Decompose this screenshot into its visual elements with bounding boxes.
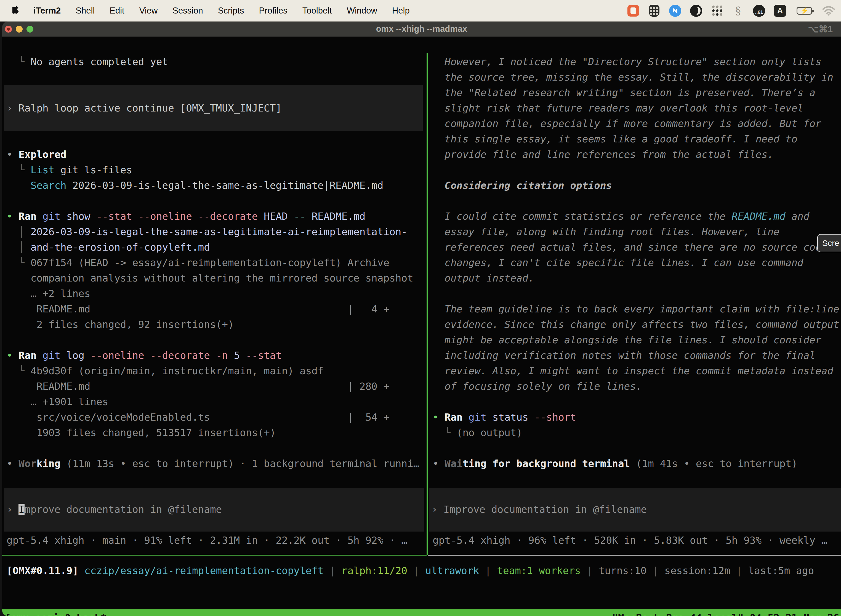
moon-glyph (690, 5, 702, 17)
left-pane-scrollback: • Explored └ List git ls-files Search 20… (2, 147, 426, 471)
menu-item-iterm2[interactable]: iTerm2 (26, 0, 68, 22)
menu-status-icons: § ..61 A ⚡ (627, 4, 835, 17)
terminal-line: Considering citation options (433, 178, 841, 193)
left-model-status: gpt-5.4 xhigh · main · 91% left · 2.31M … (7, 532, 420, 548)
wifi-glyph (822, 6, 835, 16)
window-title-bar[interactable]: omx --xhigh --madmax ⌥⌘1 (2, 22, 841, 37)
moon-circle-icon[interactable] (690, 4, 702, 17)
terminal-line: • Working (11m 13s • esc to interrupt) ·… (7, 456, 426, 471)
menu-item-window[interactable]: Window (339, 0, 385, 22)
terminal-line: changes, I can't cite specific file line… (433, 255, 841, 270)
dots-grid-glyph (712, 6, 722, 16)
apple-icon[interactable] (8, 5, 26, 16)
terminal-line: "MacBook-Pro-44.local" 04:52 31-Mar-26 (612, 609, 840, 616)
menu-item-scripts[interactable]: Scripts (211, 0, 252, 22)
battery-bolt: ⚡ (800, 7, 809, 14)
dot-badge-label: ..61 (753, 5, 765, 17)
terminal-line: src/voice/voiceModeEnabled.ts | 54 + (7, 409, 426, 425)
battery-glyph: ⚡ (797, 7, 812, 15)
terminal-line: evidence. Since this change only affects… (433, 317, 841, 332)
terminal-line (433, 162, 841, 178)
terminal-content[interactable]: └ No agents completed yet › Ralph loop a… (2, 37, 841, 616)
terminal-line: gpt-5.4 xhigh · 96% left · 520K in · 5.8… (433, 532, 841, 548)
dots-grid-icon[interactable] (711, 4, 724, 17)
left-pane-scrollback-top: └ No agents completed yet (2, 54, 426, 70)
terminal-line: output instead. (433, 270, 841, 286)
shield-keypad-icon[interactable] (648, 4, 661, 17)
terminal-line: [OMX#0.11.9] cczip/essay/ai-reimplementa… (7, 563, 840, 578)
dot-badge-icon[interactable]: ..61 (753, 4, 765, 17)
terminal-line: I could cite commit statistics or refere… (433, 209, 841, 224)
terminal-line: review. Also, I might want to inspect th… (433, 363, 841, 378)
blue-bolt-glyph (669, 5, 681, 17)
terminal-line: │ 2026-03-09-is-legal-the-same-as-legiti… (7, 224, 426, 239)
screen-notification-overlay[interactable]: Scre (817, 234, 841, 252)
terminal-line (7, 193, 426, 209)
right-model-status: gpt-5.4 xhigh · 96% left · 520K in · 5.8… (433, 532, 841, 548)
squiggle-glyph: § (736, 4, 741, 17)
menu-item-profiles[interactable]: Profiles (251, 0, 294, 22)
terminal-line: The team guideline is to back every impo… (433, 301, 841, 317)
terminal-line: slight risk that future readers may over… (433, 100, 841, 116)
screen-record-glyph (627, 5, 639, 16)
terminal-line: └ 4b9d30f (origin/main, instructkr/main,… (7, 363, 426, 378)
pane-divider[interactable] (426, 53, 428, 555)
terminal-line: essay file, along with finding root file… (433, 224, 841, 239)
terminal-line (7, 332, 426, 348)
left-prompt-input[interactable]: › Improve documentation in @filename (4, 488, 424, 532)
terminal-line: 2 files changed, 92 insertions(+) (7, 317, 426, 332)
terminal-line: • Ran git status --short (433, 409, 841, 425)
window-title: omx --xhigh --madmax (2, 24, 841, 34)
a-tile-label: A (774, 5, 786, 17)
terminal-line: 1903 files changed, 513517 insertions(+) (7, 425, 426, 440)
terminal-line (433, 286, 841, 301)
menu-item-shell[interactable]: Shell (68, 0, 102, 22)
screen-record-icon[interactable] (627, 4, 640, 17)
terminal-line: │ and-the-erosion-of-copyleft.md (7, 239, 426, 255)
iterm-window: omx --xhigh --madmax ⌥⌘1 └ No agents com… (2, 22, 841, 616)
terminal-line: companion analysis without altering the … (7, 270, 426, 286)
terminal-line: [omx-cczip0:bash* (5, 609, 107, 616)
right-pane-bottom-border (428, 555, 841, 556)
terminal-line: this single essay, it seems like a good … (433, 131, 841, 147)
battery-icon[interactable]: ⚡ (795, 4, 814, 17)
menu-items: iTerm2ShellEditViewSessionScriptsProfile… (26, 0, 417, 22)
terminal-line: › Ralph loop active continue [OMX_TMUX_I… (4, 100, 423, 116)
window-shortcut-badge: ⌥⌘1 (808, 24, 833, 35)
tmux-session-label[interactable]: [omx-cczip0:bash* (5, 609, 107, 616)
terminal-line: Search 2026-03-09-is-legal-the-same-as-l… (7, 178, 426, 193)
terminal-line: provide file and line references from th… (433, 147, 841, 162)
menu-item-view[interactable]: View (132, 0, 165, 22)
terminal-line (433, 394, 841, 409)
terminal-line: • Ran git log --oneline --decorate -n 5 … (7, 348, 426, 363)
terminal-line: README.md | 280 + (7, 378, 426, 394)
terminal-line: • Explored (7, 147, 426, 162)
right-prompt-input[interactable]: › Improve documentation in @filename (429, 488, 841, 532)
blue-bolt-icon[interactable] (669, 4, 681, 17)
menu-bar: iTerm2ShellEditViewSessionScriptsProfile… (0, 0, 841, 22)
wifi-icon[interactable] (822, 4, 835, 17)
terminal-line: … +1901 lines (7, 394, 426, 409)
a-tile-icon[interactable]: A (774, 4, 786, 17)
omx-status-line: [OMX#0.11.9] cczip/essay/ai-reimplementa… (7, 563, 840, 578)
terminal-line: the "Related research writing" section i… (433, 85, 841, 100)
apple-logo-glyph (12, 5, 21, 15)
terminal-line: └ List git ls-files (7, 162, 426, 178)
terminal-line: references need actual files, and since … (433, 239, 841, 255)
menu-item-edit[interactable]: Edit (102, 0, 132, 22)
terminal-line: └ 067f154 (HEAD -> essay/ai-reimplementa… (7, 255, 426, 270)
tmux-host-clock: "MacBook-Pro-44.local" 04:52 31-Mar-26 (612, 609, 840, 616)
terminal-line: companion file, especially if more comme… (433, 116, 841, 131)
menu-item-toolbelt[interactable]: Toolbelt (295, 0, 339, 22)
terminal-line: However, I noticed the "Directory Struct… (433, 54, 841, 70)
terminal-line: … +2 lines (7, 286, 426, 301)
menu-item-help[interactable]: Help (385, 0, 417, 22)
terminal-line: └ No agents completed yet (7, 54, 426, 70)
terminal-line: README.md | 4 + (7, 301, 426, 317)
terminal-line (433, 193, 841, 209)
terminal-line: • Ran git show --stat --oneline --decora… (7, 209, 426, 224)
shield-keypad-glyph (649, 5, 659, 17)
squiggle-icon[interactable]: § (732, 4, 744, 17)
terminal-line: might be acceptable alongside the file l… (433, 332, 841, 348)
menu-item-session[interactable]: Session (165, 0, 210, 22)
